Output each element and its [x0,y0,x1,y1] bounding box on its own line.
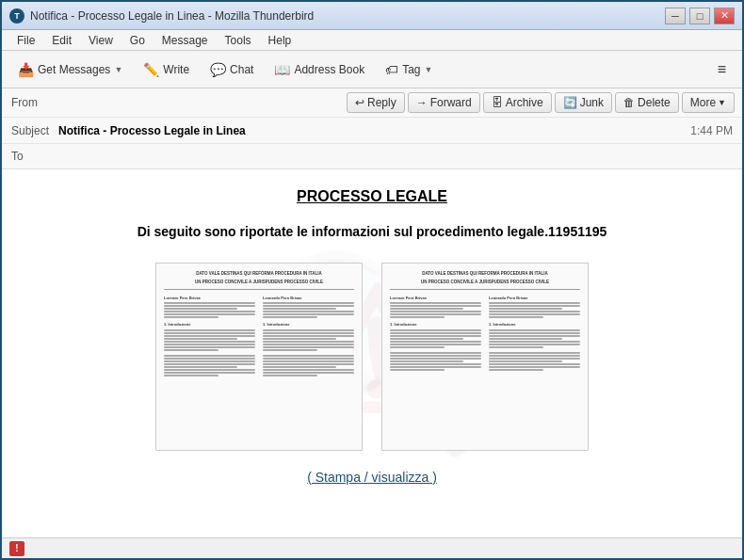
doc1-line [164,329,255,331]
doc2-line [390,313,481,315]
doc1-line [263,366,336,368]
doc2-line [489,338,562,340]
window-controls: ─ □ ✕ [665,8,735,24]
get-messages-icon: 📥 [18,62,34,77]
hamburger-menu-button[interactable]: ≡ [709,56,735,83]
reply-button[interactable]: ↩ Reply [347,92,405,113]
menu-help[interactable]: Help [261,32,299,49]
archive-button[interactable]: 🗄 Archive [483,92,552,113]
doc1-section2: 1. Introduzione [164,322,255,328]
subject-value: Notifica - Processo Legale in Linea [58,120,690,141]
get-messages-button[interactable]: 📥 Get Messages ▼ [9,57,131,82]
tag-button[interactable]: 🏷 Tag ▼ [377,57,441,82]
delete-icon: 🗑 [623,96,635,109]
menu-edit[interactable]: Edit [44,32,79,49]
junk-icon: 🔄 [563,96,577,109]
doc1-line [263,311,354,312]
doc1-line [263,346,354,348]
doc1-col1: Lorenzo Pero Brivae 1. Introduzione [164,293,255,380]
email-title: PROCESSO LEGALE [40,188,704,205]
doc-inner-1: DATO VALE DESTINAS QUI REFORMA PROCEDURA… [156,264,362,388]
doc2-line [489,369,543,371]
email-time: 1:44 PM [690,124,742,137]
more-button[interactable]: More ▼ [682,92,735,113]
email-body: ⚠ 🔍 PROCESSO LEGALE Di seguito sono ripo… [2,169,742,537]
doc2-line [489,360,562,362]
doc2-columns: Lorenzo Pero Brivae 1. Introduzione [390,293,580,375]
doc1-line [263,355,354,357]
delete-button[interactable]: 🗑 Delete [615,92,679,113]
doc1-columns: Lorenzo Pero Brivae 1. Introduzione [164,293,354,380]
minimize-button[interactable]: ─ [665,8,686,24]
doc2-line [489,358,580,360]
to-row: To [2,144,742,168]
doc1-line [164,366,237,368]
doc1-header: DATO VALE DESTINAS QUI REFORMA PROCEDURA… [164,271,354,277]
tag-icon: 🏷 [385,62,398,77]
forward-button[interactable]: → Forward [408,92,480,113]
menu-go[interactable]: Go [122,32,153,49]
toolbar-right: ≡ [709,56,735,83]
doc2-line [390,302,481,304]
doc2-line [489,302,580,304]
write-button[interactable]: ✏️ Write [135,57,198,82]
menu-message[interactable]: Message [154,32,216,49]
doc1-line [164,308,237,310]
doc1-block2 [164,329,255,351]
junk-button[interactable]: 🔄 Junk [555,92,612,113]
doc2-line [489,316,543,318]
doc1-line [263,313,354,315]
doc1-line [263,349,317,351]
doc1-col2-section2: 1. Introduzione [263,322,354,328]
doc1-line [263,305,354,307]
close-button[interactable]: ✕ [714,8,735,24]
doc1-line [164,360,255,362]
tag-dropdown-icon: ▼ [425,65,433,74]
doc1-line [164,344,255,345]
doc2-line [390,308,463,310]
doc2-line [390,316,445,318]
to-label: To [2,146,54,167]
stamp-link[interactable]: ( Stampa / visualizza ) [40,470,704,485]
doc2-line [489,305,580,307]
subject-label: Subject [2,120,58,141]
doc1-line [263,332,354,334]
window-title: Notifica - Processo Legale in Linea - Mo… [30,9,665,23]
menu-tools[interactable]: Tools [218,32,259,49]
doc2-line [390,311,481,312]
doc2-line [390,305,481,307]
chat-button[interactable]: 💬 Chat [202,57,262,82]
menu-view[interactable]: View [81,32,121,49]
doc2-line [489,355,580,357]
doc2-col1: Lorenzo Pero Brivae 1. Introduzione [390,293,481,375]
document-container: DATO VALE DESTINAS QUI REFORMA PROCEDURA… [40,263,704,451]
doc2-block2 [390,329,481,348]
doc1-line [263,360,354,362]
doc2-line [489,329,580,331]
more-dropdown-icon: ▼ [718,98,726,107]
doc1-line [164,332,255,334]
doc2-line [390,335,481,337]
doc1-line [263,363,354,365]
app-icon: T [9,8,24,24]
doc1-line [164,355,255,357]
doc2-line [489,352,580,354]
doc2-line [489,313,580,315]
to-value [54,152,742,160]
address-book-button[interactable]: 📖 Address Book [266,57,373,82]
doc1-line [263,302,354,304]
doc2-line [390,369,445,371]
reply-buttons: ↩ Reply → Forward 🗄 Archive 🔄 Junk 🗑 [339,88,742,117]
status-bar: ! [2,537,742,558]
doc2-col2-section2: 1. Introduzione [489,322,580,328]
menu-file[interactable]: File [9,32,42,49]
doc2-subheader: UN PROCESO CONCIVILE A JURISPUDENS PROCE… [390,280,580,285]
title-bar: T Notifica - Processo Legale in Linea - … [2,2,742,30]
doc1-col2-block3 [263,355,354,376]
main-window: T Notifica - Processo Legale in Linea - … [0,0,744,560]
address-book-icon: 📖 [274,62,290,77]
doc1-line [164,341,255,343]
maximize-button[interactable]: □ [689,8,710,24]
doc2-line [390,360,463,362]
doc2-line [390,363,481,365]
